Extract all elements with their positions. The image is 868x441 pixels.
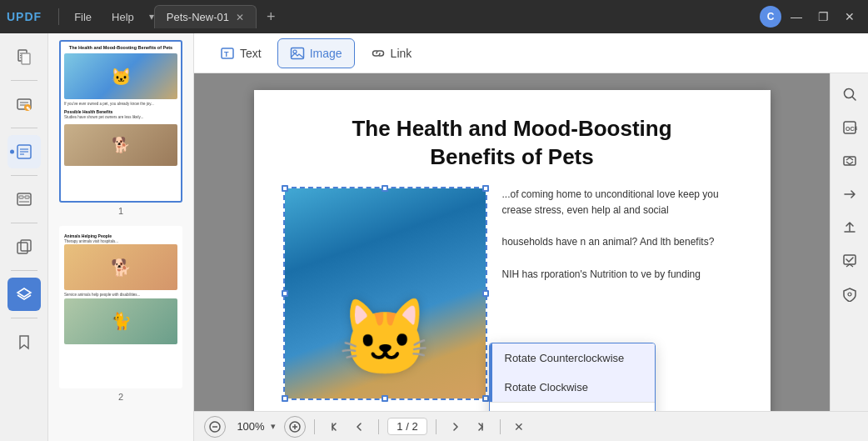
page-body: 🐱 (283, 187, 741, 405)
handle-top-left[interactable] (282, 185, 288, 192)
handle-middle-right[interactable] (482, 290, 489, 297)
svg-line-25 (852, 98, 856, 101)
thumbnail-page-1[interactable]: The Health and Mood-Boosting Benefits of… (55, 40, 187, 216)
handle-top-right[interactable] (482, 185, 489, 192)
sidebar-icon-bookmark[interactable] (7, 325, 41, 358)
link-btn-label: Link (391, 47, 412, 60)
svg-rect-15 (19, 196, 23, 198)
svg-rect-22 (291, 48, 303, 58)
edit-toolbar: T Text Image Link (194, 33, 868, 73)
link-tool-btn[interactable]: Link (358, 38, 425, 68)
toolbar-separator-4 (500, 419, 501, 434)
nav-first-btn[interactable] (323, 416, 345, 438)
selected-image[interactable]: 🐱 (283, 187, 487, 400)
active-tab[interactable]: Pets-New-01 ✕ (154, 5, 257, 28)
close-bottom-bar-btn[interactable]: ✕ (509, 417, 529, 437)
minimize-btn[interactable]: — (785, 5, 808, 28)
doc-body-text: ...of coming home to unconditional love … (502, 187, 741, 283)
sidebar-icon-copy[interactable] (7, 230, 41, 263)
tab-area: ▾ Pets-New-01 ✕ + (149, 5, 760, 28)
right-share-btn[interactable] (836, 213, 864, 242)
menu-bar: File Help (66, 8, 142, 27)
right-protect-btn[interactable] (836, 280, 864, 308)
link-icon (371, 46, 386, 61)
right-sidebar: OCR (830, 73, 868, 411)
handle-top-center[interactable] (382, 185, 388, 192)
zoom-out-btn[interactable] (204, 416, 226, 438)
svg-rect-29 (844, 255, 856, 264)
sidebar-divider-4 (11, 223, 37, 223)
nav-prev-btn[interactable] (348, 416, 370, 438)
document-title: The Health and Mood-Boosting Benefits of… (283, 115, 741, 172)
pdf-page-view[interactable]: The Health and Mood-Boosting Benefits of… (194, 73, 830, 411)
zoom-in-btn[interactable] (284, 416, 306, 438)
svg-point-24 (844, 89, 853, 98)
ctx-extract-image[interactable]: Extract Image (490, 403, 655, 411)
ctx-rotate-counterclockwise[interactable]: Rotate Counterclockwise (490, 343, 655, 373)
sidebar-icon-edit[interactable] (7, 135, 41, 168)
right-compress-btn[interactable] (836, 147, 864, 175)
nav-next-btn[interactable] (445, 416, 466, 438)
separator (58, 8, 59, 25)
active-indicator (10, 150, 14, 154)
handle-bottom-right[interactable] (482, 395, 489, 402)
thumbnail-page-2[interactable]: Animals Helping People Therapy animals v… (55, 226, 187, 402)
sidebar-divider-6 (11, 318, 37, 318)
sidebar-icon-highlight[interactable]: ✎ (7, 88, 41, 121)
toolbar-separator-3 (436, 419, 436, 434)
toolbar-separator-1 (314, 419, 315, 434)
main-layout: ✎ (0, 33, 868, 441)
maximize-btn[interactable]: ❐ (811, 5, 835, 28)
content-column: T Text Image Link (194, 33, 868, 441)
thumbnail-panel[interactable]: The Health and Mood-Boosting Benefits of… (48, 33, 194, 441)
cat-silhouette: 🐱 (338, 294, 432, 382)
zoom-value: 100% (234, 420, 267, 433)
handle-middle-left[interactable] (282, 290, 288, 297)
text-icon: T (220, 46, 235, 61)
menu-help[interactable]: Help (103, 8, 142, 27)
page-indicator[interactable]: 1 / 2 (387, 418, 427, 435)
svg-rect-16 (25, 196, 29, 198)
svg-rect-19 (21, 240, 31, 251)
svg-rect-4 (22, 53, 30, 64)
sidebar-divider-3 (11, 175, 37, 176)
tab-close-btn[interactable]: ✕ (236, 12, 244, 23)
text-btn-label: Text (240, 47, 262, 60)
sidebar-icon-layers[interactable] (7, 278, 41, 311)
svg-text:OCR: OCR (846, 126, 857, 132)
toolbar-separator-2 (378, 419, 379, 434)
nav-last-btn[interactable] (470, 416, 491, 438)
sidebar-icon-pages[interactable] (7, 40, 41, 73)
image-icon (290, 46, 305, 61)
handle-bottom-center[interactable] (382, 395, 388, 402)
right-review-btn[interactable] (836, 247, 864, 275)
right-search-btn[interactable] (836, 80, 864, 108)
image-tool-btn[interactable]: Image (277, 38, 355, 68)
title-bar: UPDF File Help ▾ Pets-New-01 ✕ + C — ❐ ✕ (0, 0, 868, 33)
tab-title: Pets-New-01 (167, 11, 229, 23)
sidebar-divider-1 (11, 80, 37, 81)
ctx-rotate-ccw-label: Rotate Counterclockwise (505, 352, 625, 364)
ctx-rotate-clockwise[interactable]: Rotate Clockwise (490, 373, 655, 402)
right-ocr-btn[interactable]: OCR (836, 113, 864, 142)
sidebar-icon-form[interactable] (7, 183, 41, 216)
right-convert-btn[interactable] (836, 180, 864, 208)
svg-rect-18 (17, 243, 27, 253)
menu-file[interactable]: File (66, 8, 100, 27)
image-btn-label: Image (310, 47, 342, 60)
close-btn[interactable]: ✕ (838, 5, 861, 28)
page-document: The Health and Mood-Boosting Benefits of… (254, 90, 771, 411)
cat-photo: 🐱 (285, 188, 486, 398)
tab-dropdown-arrow[interactable]: ▾ (149, 11, 154, 23)
handle-bottom-left[interactable] (282, 395, 288, 402)
thumbnail-1-label: 1 (118, 206, 123, 216)
svg-point-30 (848, 293, 851, 296)
zoom-dropdown-arrow[interactable]: ▾ (271, 421, 276, 432)
avatar[interactable]: C (760, 6, 781, 28)
svg-text:T: T (224, 50, 229, 58)
text-tool-btn[interactable]: T Text (207, 38, 274, 68)
new-tab-btn[interactable]: + (262, 7, 281, 28)
pdf-and-right-sidebar: The Health and Mood-Boosting Benefits of… (194, 73, 868, 411)
thumbnail-2-label: 2 (118, 392, 123, 402)
thumbnail-2-image: Animals Helping People Therapy animals v… (59, 226, 182, 388)
